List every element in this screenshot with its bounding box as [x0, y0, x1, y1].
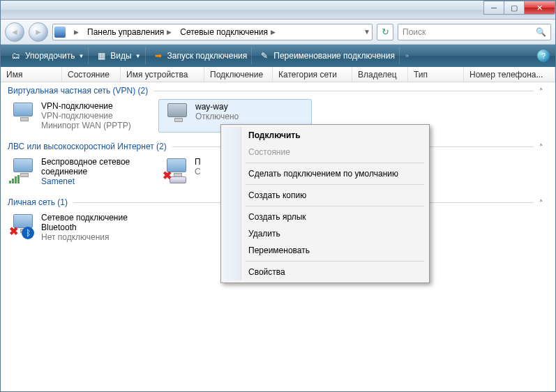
chevron-down-icon: ▼ — [78, 53, 84, 59]
breadcrumb-control-panel[interactable]: Панель управления▶ — [84, 25, 174, 39]
ctx-properties[interactable]: Свойства — [223, 264, 427, 280]
ctx-create-copy[interactable]: Создать копию — [223, 187, 427, 204]
modem-icon — [170, 176, 186, 183]
connection-icon — [9, 101, 37, 128]
ctx-connect[interactable]: Подключить — [223, 127, 427, 144]
ctx-rename[interactable]: Переименовать — [223, 242, 427, 259]
context-menu: Подключить Состояние Сделать подключение… — [220, 124, 430, 283]
wifi-signal-icon — [9, 175, 20, 183]
search-input[interactable]: Поиск 🔍 — [398, 24, 551, 40]
refresh-button[interactable]: ↻ — [377, 24, 393, 40]
group-divider — [153, 91, 534, 91]
connection-title: Беспроводное сетевое соединение — [41, 157, 154, 176]
titlebar: ─ ▢ ✕ — [1, 1, 555, 20]
context-menu-separator — [246, 261, 424, 262]
group-personal-label: Личная сеть (1) — [8, 197, 68, 207]
back-button[interactable]: ◄ — [5, 22, 24, 42]
connection-item-bluetooth[interactable]: ✖ ᛒ Сетевое подключение Bluetooth Нет по… — [5, 211, 158, 244]
window-controls: ─ ▢ ✕ — [484, 1, 555, 15]
connection-subtitle: Нет подключения — [41, 232, 154, 242]
rename-connection-button[interactable]: ✎ Переименование подключения — [255, 47, 400, 64]
connection-icon: ✖ — [163, 157, 190, 183]
bluetooth-icon: ᛒ — [22, 227, 34, 239]
content-area: Виртуальная частная сеть (VPN) (2) ˄ VPN… — [1, 82, 555, 391]
views-label: Виды — [110, 51, 131, 61]
connection-icon: ✖ ᛒ — [9, 213, 37, 239]
search-icon: 🔍 — [536, 27, 546, 37]
ctx-status: Состояние — [223, 144, 427, 160]
chevron-up-icon[interactable]: ˄ — [539, 199, 543, 206]
connection-subtitle: Отключено — [195, 112, 239, 121]
refresh-icon: ↻ — [382, 27, 389, 37]
start-connection-button[interactable]: ➡ Запуск подключения — [149, 47, 253, 64]
command-bar: 🗂 Упорядочить ▼ ▦ Виды ▼ ➡ Запуск подклю… — [1, 45, 555, 67]
help-button[interactable]: ? — [537, 50, 550, 62]
connection-title: Сетевое подключение Bluetooth — [41, 213, 154, 232]
explorer-window: ─ ▢ ✕ ◄ ► ▶ Панель управления▶ Сетевые п… — [0, 0, 556, 392]
connection-item-vpn1[interactable]: VPN-подключение VPN-подключение Минипорт… — [5, 99, 158, 133]
toolbar-overflow-icon[interactable]: » — [403, 52, 412, 59]
ctx-delete[interactable]: Удалить — [223, 225, 427, 242]
views-icon: ▦ — [96, 50, 107, 61]
disconnected-icon: ✖ — [9, 225, 18, 238]
col-name[interactable]: Имя — [1, 67, 62, 82]
disconnected-icon: ✖ — [163, 169, 172, 182]
context-menu-separator — [246, 163, 424, 163]
col-status[interactable]: Состояние — [62, 67, 121, 82]
minimize-button[interactable]: ─ — [483, 1, 504, 15]
address-bar[interactable]: ▶ Панель управления▶ Сетевые подключения… — [52, 24, 373, 40]
connection-icon — [163, 102, 191, 128]
maximize-button[interactable]: ▢ — [504, 1, 525, 15]
chevron-down-icon: ▼ — [135, 53, 141, 59]
address-dropdown-icon[interactable]: ▼ — [363, 28, 370, 36]
breadcrumb-label: Сетевые подключения — [180, 27, 268, 37]
organize-icon: 🗂 — [10, 50, 22, 61]
ctx-make-default[interactable]: Сделать подключением по умолчанию — [223, 165, 427, 182]
col-owner[interactable]: Владелец — [352, 67, 408, 82]
search-placeholder: Поиск — [403, 27, 426, 37]
col-phone-number[interactable]: Номер телефона... — [464, 67, 555, 82]
organize-label: Упорядочить — [25, 51, 75, 61]
breadcrumb-label: Панель управления — [87, 27, 164, 37]
views-button[interactable]: ▦ Виды ▼ — [91, 47, 145, 64]
connection-title: VPN-подключение — [41, 101, 131, 111]
control-panel-icon — [54, 27, 66, 38]
group-lan-label: ЛВС или высокоскоростной Интернет (2) — [8, 142, 167, 151]
connection-subtitle: С — [195, 167, 201, 176]
breadcrumb-network-connections[interactable]: Сетевые подключения▶ — [177, 25, 278, 39]
col-network-category[interactable]: Категория сети — [273, 67, 352, 82]
organize-button[interactable]: 🗂 Упорядочить ▼ — [6, 47, 89, 64]
nav-row: ◄ ► ▶ Панель управления▶ Сетевые подключ… — [1, 20, 555, 45]
forward-button[interactable]: ► — [29, 22, 48, 42]
context-menu-separator — [246, 206, 424, 206]
column-headers: Имя Состояние Имя устройства Подключение… — [1, 67, 555, 82]
connection-subtitle: VPN-подключение — [41, 111, 131, 121]
connection-network-name: Samenet — [41, 176, 154, 186]
rename-connection-label: Переименование подключения — [273, 51, 395, 61]
context-menu-separator — [246, 184, 424, 185]
rename-icon: ✎ — [259, 50, 270, 61]
breadcrumb-root[interactable]: ▶ — [68, 25, 82, 39]
chevron-up-icon[interactable]: ˄ — [539, 143, 543, 151]
start-connection-label: Запуск подключения — [167, 51, 248, 61]
connection-title: П — [195, 157, 201, 167]
ctx-create-shortcut[interactable]: Создать ярлык — [223, 209, 427, 225]
connection-item-wifi[interactable]: Беспроводное сетевое соединение Samenet — [5, 155, 158, 188]
col-type[interactable]: Тип — [408, 67, 464, 82]
chevron-up-icon[interactable]: ˄ — [539, 87, 543, 95]
col-device-name[interactable]: Имя устройства — [121, 67, 204, 82]
connection-icon — [9, 157, 37, 183]
connection-title: way-way — [195, 102, 239, 112]
connection-subtitle: Минипорт WAN (PPTP) — [41, 121, 131, 130]
arrow-right-icon: ➡ — [153, 50, 164, 61]
group-header-vpn[interactable]: Виртуальная частная сеть (VPN) (2) ˄ — [1, 82, 555, 98]
col-connection[interactable]: Подключение — [204, 67, 273, 82]
group-vpn-label: Виртуальная частная сеть (VPN) (2) — [8, 86, 148, 96]
close-button[interactable]: ✕ — [524, 1, 555, 15]
